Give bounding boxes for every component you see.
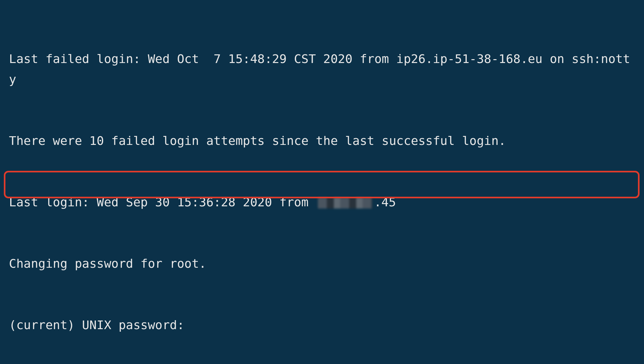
terminal-output[interactable]: Last failed login: Wed Oct 7 15:48:29 CS… [0, 0, 644, 364]
line-text: Last login: Wed Sep 30 15:36:28 2020 fro… [9, 195, 316, 209]
terminal-line: Changing password for root. [9, 253, 635, 274]
terminal-line: Last login: Wed Sep 30 15:36:28 2020 fro… [9, 192, 635, 212]
terminal-line: There were 10 failed login attempts sinc… [9, 131, 635, 151]
terminal-line: Last failed login: Wed Oct 7 15:48:29 CS… [9, 49, 635, 90]
redacted-ip [318, 198, 372, 209]
line-text: .45 [374, 195, 396, 209]
terminal-line: (current) UNIX password: [9, 315, 635, 335]
